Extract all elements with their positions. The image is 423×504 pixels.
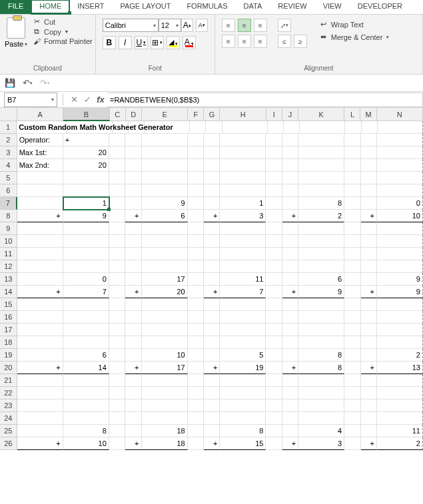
cell-A26[interactable]: + bbox=[17, 437, 63, 450]
cell-D2[interactable] bbox=[125, 134, 141, 146]
cell-H5[interactable] bbox=[220, 172, 266, 184]
cell-E20[interactable]: 17 bbox=[142, 362, 188, 374]
cell-E16[interactable] bbox=[142, 311, 188, 324]
cell-C2[interactable] bbox=[109, 134, 125, 146]
cell-G13[interactable] bbox=[204, 273, 220, 286]
cell-N21[interactable] bbox=[377, 374, 423, 387]
cell-B21[interactable] bbox=[63, 374, 109, 387]
cell-B5[interactable] bbox=[63, 172, 109, 184]
tab-data[interactable]: DATA bbox=[236, 0, 270, 14]
borders-button[interactable]: ⊞▾ bbox=[151, 36, 164, 49]
cell-C3[interactable] bbox=[109, 146, 125, 159]
cell-I16[interactable] bbox=[266, 311, 282, 324]
cell-J8[interactable]: + bbox=[282, 210, 298, 222]
cell-L20[interactable] bbox=[344, 362, 360, 374]
cell-N1[interactable] bbox=[378, 121, 423, 134]
shrink-font-button[interactable]: A▾ bbox=[196, 19, 208, 32]
cell-H16[interactable] bbox=[220, 311, 266, 324]
row-header-16[interactable]: 16 bbox=[0, 311, 17, 324]
cell-N7[interactable]: 0 bbox=[377, 197, 423, 210]
cell-J21[interactable] bbox=[282, 374, 298, 387]
cell-C10[interactable] bbox=[109, 235, 125, 248]
cell-K13[interactable]: 6 bbox=[298, 273, 344, 286]
tab-formulas[interactable]: FORMULAS bbox=[179, 0, 235, 14]
cell-M1[interactable] bbox=[362, 121, 378, 134]
cell-G17[interactable] bbox=[204, 324, 220, 336]
cell-D3[interactable] bbox=[125, 146, 141, 159]
formula-input[interactable]: =RANDBETWEEN(0,$B$3) bbox=[107, 93, 423, 107]
save-button[interactable]: 💾 bbox=[4, 77, 16, 89]
cell-E13[interactable]: 17 bbox=[142, 273, 188, 286]
cell-K21[interactable] bbox=[298, 374, 344, 387]
cell-I25[interactable] bbox=[266, 425, 282, 437]
cell-H20[interactable]: 19 bbox=[220, 362, 266, 374]
cell-D6[interactable] bbox=[125, 184, 141, 197]
cell-N19[interactable]: 2 bbox=[377, 349, 423, 362]
cell-G12[interactable] bbox=[204, 260, 220, 273]
cell-M12[interactable] bbox=[361, 260, 377, 273]
cell-H14[interactable]: 7 bbox=[220, 286, 266, 298]
cell-A10[interactable] bbox=[17, 235, 63, 248]
cell-D23[interactable] bbox=[125, 399, 141, 412]
col-header-I[interactable]: I bbox=[266, 108, 282, 121]
cell-D10[interactable] bbox=[125, 235, 141, 248]
cell-D13[interactable] bbox=[125, 273, 141, 286]
cell-K12[interactable] bbox=[298, 260, 344, 273]
cell-B2[interactable]: + bbox=[63, 134, 109, 146]
cell-J20[interactable]: + bbox=[282, 362, 298, 374]
row-header-24[interactable]: 24 bbox=[0, 412, 17, 425]
cell-J4[interactable] bbox=[282, 159, 298, 172]
copy-button[interactable]: ⧉Copy▾ bbox=[32, 27, 93, 36]
col-header-K[interactable]: K bbox=[298, 108, 344, 121]
cell-M19[interactable] bbox=[361, 349, 377, 362]
cell-F11[interactable] bbox=[188, 248, 204, 260]
col-header-A[interactable]: A bbox=[17, 108, 63, 121]
cell-K24[interactable] bbox=[298, 412, 344, 425]
cell-K20[interactable]: 8 bbox=[298, 362, 344, 374]
cell-F22[interactable] bbox=[188, 387, 204, 399]
cell-H21[interactable] bbox=[220, 374, 266, 387]
cell-A14[interactable]: + bbox=[17, 286, 63, 298]
cell-L5[interactable] bbox=[344, 172, 360, 184]
cell-H7[interactable]: 1 bbox=[220, 197, 266, 210]
cell-L11[interactable] bbox=[344, 248, 360, 260]
cell-D9[interactable] bbox=[125, 222, 141, 235]
cell-J25[interactable] bbox=[282, 425, 298, 437]
cell-M18[interactable] bbox=[361, 336, 377, 349]
cell-M15[interactable] bbox=[361, 298, 377, 311]
tab-view[interactable]: VIEW bbox=[315, 0, 350, 14]
cell-I22[interactable] bbox=[266, 387, 282, 399]
cell-M8[interactable]: + bbox=[361, 210, 377, 222]
tab-review[interactable]: REVIEW bbox=[270, 0, 314, 14]
cell-H9[interactable] bbox=[220, 222, 266, 235]
row-header-15[interactable]: 15 bbox=[0, 298, 17, 311]
cell-D7[interactable] bbox=[125, 197, 141, 210]
cell-D21[interactable] bbox=[125, 374, 141, 387]
cell-H10[interactable] bbox=[220, 235, 266, 248]
align-top-button[interactable]: ≡ bbox=[222, 19, 235, 32]
cell-F13[interactable] bbox=[188, 273, 204, 286]
cell-N20[interactable]: 13 bbox=[377, 362, 423, 374]
cell-K22[interactable] bbox=[298, 387, 344, 399]
cell-G20[interactable]: + bbox=[204, 362, 220, 374]
tab-home[interactable]: HOME bbox=[31, 0, 69, 14]
cell-C12[interactable] bbox=[109, 260, 125, 273]
cell-A6[interactable] bbox=[17, 184, 63, 197]
cell-F17[interactable] bbox=[188, 324, 204, 336]
cell-A16[interactable] bbox=[17, 311, 63, 324]
cell-K6[interactable] bbox=[298, 184, 344, 197]
cell-D18[interactable] bbox=[125, 336, 141, 349]
cell-K16[interactable] bbox=[298, 311, 344, 324]
cell-J26[interactable]: + bbox=[282, 437, 298, 450]
cell-C19[interactable] bbox=[109, 349, 125, 362]
cell-H1[interactable] bbox=[222, 121, 268, 134]
cell-F16[interactable] bbox=[188, 311, 204, 324]
cell-E24[interactable] bbox=[142, 412, 188, 425]
cell-D8[interactable]: + bbox=[125, 210, 141, 222]
cell-G6[interactable] bbox=[204, 184, 220, 197]
row-header-7[interactable]: 7 bbox=[0, 197, 17, 210]
cell-I11[interactable] bbox=[266, 248, 282, 260]
cell-G1[interactable] bbox=[206, 121, 222, 134]
cell-B13[interactable]: 0 bbox=[63, 273, 109, 286]
cell-L13[interactable] bbox=[344, 273, 360, 286]
